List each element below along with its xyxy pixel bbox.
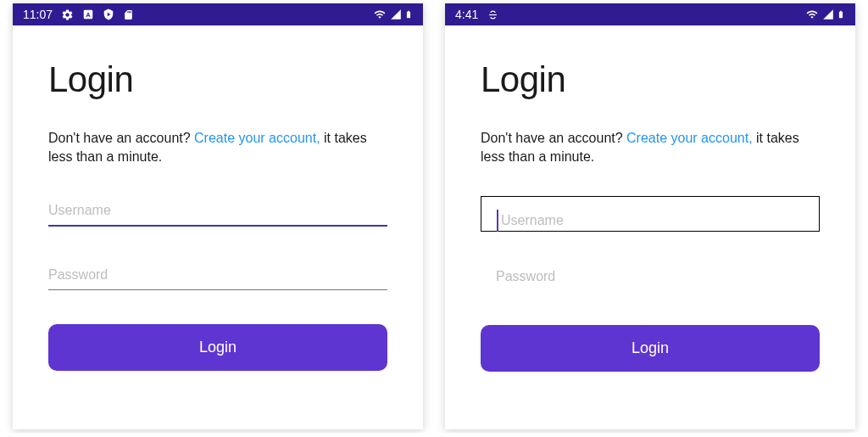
subtitle-pre: Don't have an account? (48, 131, 194, 145)
create-account-link[interactable]: Create your account, (626, 131, 753, 145)
status-bar: 4:41 (445, 3, 855, 25)
subtitle-pre: Don't have an account? (481, 131, 626, 145)
login-form: Login Don't have an account? Create your… (445, 25, 855, 397)
status-right (804, 8, 845, 21)
username-input[interactable] (48, 196, 387, 227)
svg-text:A: A (86, 11, 91, 19)
status-time: 11:07 (23, 8, 53, 21)
cellular-icon (389, 8, 403, 20)
status-left: 11:07 A (23, 8, 134, 21)
cellular-icon (821, 8, 835, 20)
status-right (372, 8, 413, 21)
status-time: 4:41 (455, 8, 478, 21)
strike-s-icon (487, 8, 499, 21)
subtitle-text: Don't have an account? Create your accou… (48, 129, 387, 167)
username-input[interactable] (481, 196, 820, 232)
username-input-wrap[interactable]: Username (481, 196, 820, 232)
page-title: Login (48, 59, 387, 100)
sd-card-icon (123, 8, 134, 21)
password-input[interactable] (48, 261, 387, 290)
create-account-link[interactable]: Create your account, (194, 131, 320, 145)
status-bar: 11:07 A (13, 3, 423, 25)
settings-icon (61, 8, 74, 21)
login-form: Login Don't have an account? Create your… (13, 25, 423, 396)
phone-android: 11:07 A Login (13, 3, 423, 429)
password-input[interactable] (481, 262, 820, 291)
text-cursor (497, 210, 498, 232)
page-title: Login (481, 59, 820, 100)
phone-ios: 4:41 Login Don't have an account? Create… (445, 3, 855, 429)
wifi-icon (372, 8, 387, 20)
battery-icon (404, 8, 413, 21)
login-button[interactable]: Login (481, 325, 820, 372)
battery-icon (837, 8, 845, 21)
status-left: 4:41 (455, 8, 499, 21)
keyboard-icon: A (82, 8, 94, 20)
play-protect-icon (103, 8, 114, 20)
wifi-icon (804, 8, 820, 20)
login-button[interactable]: Login (48, 324, 387, 371)
subtitle-text: Don't have an account? Create your accou… (481, 129, 820, 167)
